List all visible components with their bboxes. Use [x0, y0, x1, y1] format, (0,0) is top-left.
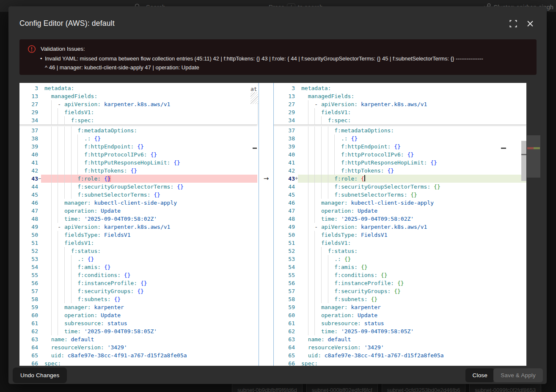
code-line-43[interactable]: 43− f:role: {} — [19, 175, 257, 183]
diff-pane-modified[interactable]: 3metadata:13 managedFields:27 - apiVersi… — [273, 83, 526, 366]
code-line-58[interactable]: 58 f:subnets: {} — [19, 295, 257, 303]
code-line-58[interactable]: 58 f:subnets: {} — [273, 295, 526, 303]
code-line-38[interactable]: 38 .: {} — [273, 134, 526, 143]
sticky-scroll-original: 3metadata:13 managedFields:27 - apiVersi… — [19, 83, 257, 125]
code-line-47[interactable]: 47 operation: Update — [19, 207, 257, 215]
code-line-42[interactable]: 42 f:httpTokens: {} — [19, 167, 257, 175]
line-number: 58 — [273, 295, 295, 303]
code-line-54[interactable]: 54 f:amis: {} — [273, 263, 526, 271]
code-line-43[interactable]: 43+ f:role: { — [273, 175, 526, 183]
code-line-60[interactable]: 60 operation: Update — [19, 311, 257, 319]
code-line-48[interactable]: 48 time: '2025-09-04T09:58:02Z' — [19, 215, 257, 223]
code-line-66[interactable]: 66spec: — [273, 359, 526, 366]
code-line-64[interactable]: 64 resourceVersion: '3429' — [19, 343, 257, 351]
diff-arrow-icon[interactable]: → — [259, 175, 273, 183]
code-line-47[interactable]: 47 operation: Update — [273, 207, 526, 215]
close-button[interactable]: Close — [465, 368, 494, 382]
code-line-53[interactable]: 53 .: {} — [19, 255, 257, 263]
code-line-34[interactable]: 34 f:spec: — [19, 116, 257, 124]
save-apply-button[interactable]: Save & Apply — [493, 368, 543, 382]
vertical-scrollbar[interactable] — [521, 141, 526, 181]
line-number: 44 — [19, 183, 38, 191]
line-number: 58 — [19, 295, 38, 303]
code-line-29[interactable]: 29 fieldsV1: — [19, 108, 257, 116]
undo-changes-button[interactable]: Undo Changes — [13, 367, 67, 383]
code-modified[interactable]: 37 f:metadataOptions:38 .: {}39 f:httpEn… — [273, 126, 526, 366]
code-line-51[interactable]: 51 fieldsV1: — [273, 239, 526, 247]
code-line-65[interactable]: 65 uid: c8afe97e-38cc-4f91-a767-d15f2a8f… — [19, 351, 257, 359]
code-line-64[interactable]: 64 resourceVersion: '3429' — [273, 343, 526, 351]
config-editor-dialog: Config Editor (AWS): default Validation … — [8, 6, 547, 384]
diff-pane-original[interactable]: 3metadata:13 managedFields:27 - apiVersi… — [19, 83, 257, 366]
code-line-41[interactable]: 41 f:httpPutResponseHopLimit: {} — [273, 159, 526, 167]
code-line-57[interactable]: 57 f:securityGroups: {} — [19, 287, 257, 295]
code-line-38[interactable]: 38 .: {} — [19, 134, 257, 143]
code-line-59[interactable]: 59 manager: karpenter — [273, 303, 526, 311]
code-line-63[interactable]: 63 name: default — [273, 335, 526, 343]
code-line-50[interactable]: 50 fieldsType: FieldsV1 — [273, 231, 526, 239]
fullscreen-icon[interactable] — [508, 18, 519, 29]
code-line-49[interactable]: 49 - apiVersion: karpenter.k8s.aws/v1 — [273, 223, 526, 231]
code-line-48[interactable]: 48 time: '2025-09-04T09:58:02Z' — [273, 215, 526, 223]
code-line-57[interactable]: 57 f:securityGroups: {} — [273, 287, 526, 295]
code-line-13[interactable]: 13 managedFields: — [19, 92, 257, 100]
code-line-37[interactable]: 37 f:metadataOptions: — [273, 126, 526, 134]
close-icon[interactable] — [525, 18, 536, 29]
code-line-54[interactable]: 54 f:amis: {} — [19, 263, 257, 271]
code-line-51[interactable]: 51 fieldsV1: — [19, 239, 257, 247]
code-line-52[interactable]: 52 f:status: — [19, 247, 257, 255]
code-line-61[interactable]: 61 subresource: status — [19, 319, 257, 327]
code-line-55[interactable]: 55 f:conditions: {} — [273, 271, 526, 279]
code-line-60[interactable]: 60 operation: Update — [273, 311, 526, 319]
code-original[interactable]: 37 f:metadataOptions:38 .: {}39 f:httpEn… — [19, 126, 257, 366]
code-line-29[interactable]: 29 fieldsV1: — [273, 108, 526, 116]
code-line-45[interactable]: 45 f:subnetSelectorTerms: {} — [273, 191, 526, 199]
overview-ruler[interactable] — [527, 135, 540, 178]
code-line-55[interactable]: 55 f:conditions: {} — [19, 271, 257, 279]
code-line-53[interactable]: 53 .: {} — [273, 255, 526, 263]
code-line-65[interactable]: 65 uid: c8afe97e-38cc-4f91-a767-d15f2a8f… — [273, 351, 526, 359]
code-line-41[interactable]: 41 f:httpPutResponseHopLimit: {} — [19, 159, 257, 167]
code-line-56[interactable]: 56 f:instanceProfile: {} — [19, 279, 257, 287]
diff-splitter[interactable]: → — [259, 83, 274, 366]
line-number: 44 — [273, 183, 295, 191]
line-number: 27 — [19, 100, 38, 108]
code-line-40[interactable]: 40 f:httpProtocolIPv6: {} — [273, 151, 526, 159]
code-line-44[interactable]: 44 f:securityGroupSelectorTerms: {} — [19, 183, 257, 191]
code-line-27[interactable]: 27 - apiVersion: karpenter.k8s.aws/v1 — [19, 100, 257, 108]
code-line-34[interactable]: 34 f:spec: — [273, 116, 526, 124]
code-line-39[interactable]: 39 f:httpEndpoint: {} — [273, 143, 526, 151]
code-line-56[interactable]: 56 f:instanceProfile: {} — [273, 279, 526, 287]
line-number: 62 — [273, 327, 295, 335]
code-line-62[interactable]: 62 time: '2025-09-04T09:58:05Z' — [273, 327, 526, 335]
line-number: 37 — [273, 126, 295, 134]
code-line-63[interactable]: 63 name: default — [19, 335, 257, 343]
code-line-59[interactable]: 59 manager: karpenter — [19, 303, 257, 311]
code-line-3[interactable]: 3metadata: — [273, 84, 526, 92]
code-line-50[interactable]: 50 fieldsType: FieldsV1 — [19, 231, 257, 239]
line-number: 34 — [273, 116, 295, 124]
code-line-46[interactable]: 46 manager: kubectl-client-side-apply — [273, 199, 526, 207]
line-number: 51 — [19, 239, 38, 247]
line-number: 62 — [19, 327, 38, 335]
code-line-49[interactable]: 49 - apiVersion: karpenter.k8s.aws/v1 — [19, 223, 257, 231]
code-line-44[interactable]: 44 f:securityGroupSelectorTerms: {} — [273, 183, 526, 191]
hidden-lines-hatch — [250, 92, 258, 104]
code-line-40[interactable]: 40 f:httpProtocolIPv6: {} — [19, 151, 257, 159]
validation-banner: Validation Issues: • Invalid YAML: misse… — [19, 39, 537, 75]
code-line-61[interactable]: 61 subresource: status — [273, 319, 526, 327]
code-line-66[interactable]: 66spec: — [19, 359, 257, 366]
code-line-62[interactable]: 62 time: '2025-09-04T09:58:05Z' — [19, 327, 257, 335]
code-line-13[interactable]: 13 managedFields: — [273, 92, 526, 100]
line-number: 49 — [19, 223, 38, 231]
code-line-27[interactable]: 27 - apiVersion: karpenter.k8s.aws/v1 — [273, 100, 526, 108]
code-line-37[interactable]: 37 f:metadataOptions: — [19, 126, 257, 134]
code-line-39[interactable]: 39 f:httpEndpoint: {} — [19, 143, 257, 151]
line-number: 48 — [273, 215, 295, 223]
code-line-42[interactable]: 42 f:httpTokens: {} — [273, 167, 526, 175]
yaml-diff-editor[interactable]: 3metadata:13 managedFields:27 - apiVersi… — [19, 83, 526, 366]
code-line-46[interactable]: 46 manager: kubectl-client-side-apply — [19, 199, 257, 207]
code-line-3[interactable]: 3metadata: — [19, 84, 257, 92]
code-line-52[interactable]: 52 f:status: — [273, 247, 526, 255]
code-line-45[interactable]: 45 f:subnetSelectorTerms: {} — [19, 191, 257, 199]
